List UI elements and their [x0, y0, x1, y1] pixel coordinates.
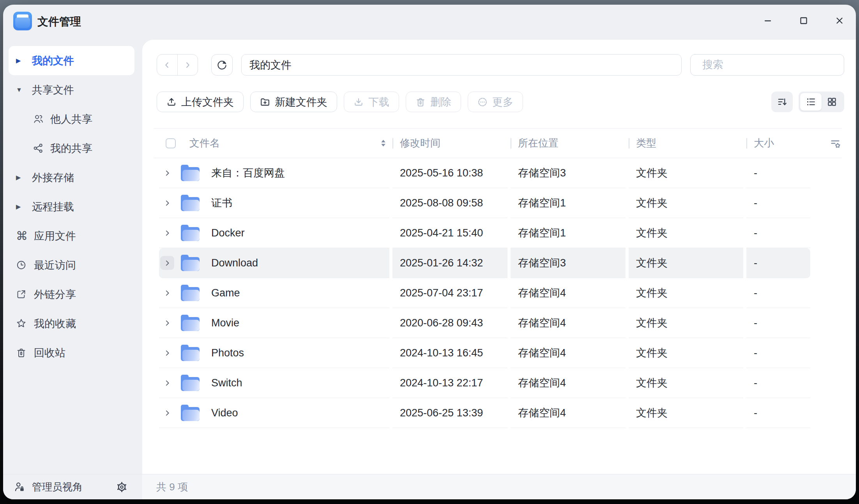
- table-row[interactable]: 来自：百度网盘 2025-05-16 10:38 存储空间3 文件夹 -: [154, 158, 842, 188]
- list-view-button[interactable]: [800, 93, 822, 111]
- sidebar-item-my-shares[interactable]: 我的共享: [3, 134, 142, 163]
- new-folder-button[interactable]: 新建文件夹: [250, 92, 337, 112]
- chevron-right-icon: [163, 379, 171, 387]
- expand-chevron-button[interactable]: [160, 346, 174, 360]
- table-row[interactable]: 证书 2025-08-08 09:58 存储空间1 文件夹 -: [154, 188, 842, 218]
- sidebar-item-my-files[interactable]: ▶我的文件: [9, 46, 134, 75]
- back-button[interactable]: [157, 55, 178, 75]
- sidebar-item-label: 外链分享: [34, 287, 76, 301]
- expand-chevron-button[interactable]: [160, 226, 174, 240]
- expand-chevron-button[interactable]: [160, 256, 174, 270]
- upload-icon: [166, 97, 177, 107]
- settings-gear-button[interactable]: [115, 480, 128, 493]
- folder-icon: [181, 285, 200, 301]
- chevron-right-icon: [163, 349, 171, 357]
- back-icon: [163, 61, 171, 69]
- more-button: 更多: [468, 92, 523, 112]
- file-type: 文件夹: [629, 278, 743, 308]
- file-size: -: [746, 278, 810, 308]
- people-icon: [33, 114, 44, 124]
- sidebar-item-label: 应用文件: [34, 229, 76, 243]
- trash-icon: [415, 97, 426, 107]
- file-size: -: [746, 398, 810, 428]
- sidebar-item-recycle-bin[interactable]: 回收站: [3, 338, 142, 367]
- admin-person-lock-icon: [14, 481, 25, 492]
- path-input[interactable]: [241, 54, 682, 76]
- chevron-right-icon: [163, 289, 171, 297]
- file-size: -: [746, 188, 810, 218]
- refresh-button[interactable]: [211, 54, 233, 76]
- delete-button: 删除: [406, 92, 461, 112]
- chevron-right-icon: [163, 319, 171, 327]
- file-location: 存储空间4: [511, 368, 626, 398]
- maximize-button[interactable]: [794, 11, 813, 30]
- file-name: Photos: [211, 347, 244, 359]
- sidebar-item-shared-by-others[interactable]: 他人共享: [3, 104, 142, 134]
- grid-view-button[interactable]: [822, 93, 843, 111]
- triangle-down-icon[interactable]: ▼: [16, 86, 32, 93]
- table-row[interactable]: Game 2025-07-04 23:17 存储空间4 文件夹 -: [154, 278, 842, 308]
- file-name: Download: [211, 257, 258, 269]
- table-row[interactable]: Movie 2020-06-28 09:43 存储空间4 文件夹 -: [154, 308, 842, 338]
- refresh-icon: [217, 60, 227, 70]
- table-row[interactable]: Video 2025-06-25 13:39 存储空间4 文件夹 -: [154, 398, 842, 428]
- file-modified: 2025-08-08 09:58: [392, 188, 507, 218]
- expand-chevron-button[interactable]: [160, 166, 174, 180]
- forward-button[interactable]: [178, 55, 198, 75]
- expand-chevron-button[interactable]: [160, 376, 174, 390]
- sidebar-item-recent[interactable]: 最近访问: [3, 250, 142, 280]
- navigation-toolbar: [157, 54, 844, 76]
- sidebar-item-external-links[interactable]: 外链分享: [3, 280, 142, 309]
- forward-icon: [183, 61, 192, 69]
- sidebar-item-shared-files[interactable]: ▼共享文件: [3, 75, 142, 104]
- maximize-icon: [798, 15, 810, 26]
- folder-icon: [181, 405, 200, 421]
- file-location: 存储空间4: [511, 338, 626, 368]
- select-all-checkbox[interactable]: [166, 138, 176, 148]
- table-row[interactable]: Switch 2024-10-13 22:17 存储空间4 文件夹 -: [154, 368, 842, 398]
- triangle-right-icon[interactable]: ▶: [16, 174, 32, 181]
- expand-chevron-button[interactable]: [160, 316, 174, 330]
- gear-icon: [116, 481, 127, 493]
- table-body: 来自：百度网盘 2025-05-16 10:38 存储空间3 文件夹 -: [154, 158, 842, 428]
- sidebar-item-label: 最近访问: [34, 258, 76, 272]
- minimize-button[interactable]: [758, 11, 777, 30]
- table-row[interactable]: Download 2025-01-26 14:32 存储空间3 文件夹 -: [154, 248, 842, 278]
- file-name: Switch: [211, 377, 242, 389]
- expand-chevron-button[interactable]: [160, 406, 174, 420]
- sidebar-item-external-storage[interactable]: ▶外接存储: [3, 163, 142, 192]
- upload-folder-button[interactable]: 上传文件夹: [157, 92, 244, 112]
- download-icon: [353, 97, 364, 107]
- file-location: 存储空间1: [511, 218, 626, 248]
- expand-chevron-button[interactable]: [160, 196, 174, 210]
- item-count: 共 9 项: [142, 474, 856, 499]
- item-count-label: 共 9 项: [156, 480, 188, 494]
- triangle-right-icon[interactable]: ▶: [16, 57, 32, 64]
- sort-order-button[interactable]: [771, 92, 793, 112]
- triangle-right-icon[interactable]: ▶: [16, 203, 32, 210]
- table-row[interactable]: Photos 2024-10-13 16:45 存储空间4 文件夹 -: [154, 338, 842, 368]
- table-row[interactable]: Docker 2025-04-21 15:40 存储空间1 文件夹 -: [154, 218, 842, 248]
- folder-icon: [181, 165, 200, 181]
- file-name: Video: [211, 407, 238, 419]
- sidebar-item-app-files[interactable]: ⌘应用文件: [3, 221, 142, 250]
- sidebar-item-favorites[interactable]: 我的收藏: [3, 309, 142, 338]
- clock-icon: [16, 260, 27, 270]
- file-type: 文件夹: [629, 158, 743, 188]
- column-header-modified: 修改时间: [392, 129, 511, 158]
- sidebar-item-remote-mount[interactable]: ▶远程挂载: [3, 192, 142, 221]
- chevron-right-icon: [163, 229, 171, 237]
- expand-chevron-button[interactable]: [160, 286, 174, 300]
- search-input[interactable]: [702, 59, 840, 71]
- admin-view-switch[interactable]: 管理员视角: [3, 474, 142, 499]
- sidebar-item-label: 我的文件: [32, 54, 74, 68]
- column-header-name[interactable]: 文件名: [159, 129, 392, 158]
- column-settings-icon[interactable]: [829, 137, 841, 149]
- file-modified: 2020-06-28 09:43: [392, 308, 507, 338]
- file-location: 存储空间1: [511, 188, 626, 218]
- sidebar-item-label: 我的收藏: [34, 317, 76, 331]
- close-button[interactable]: [830, 11, 849, 30]
- file-name: Movie: [211, 317, 239, 329]
- file-modified: 2025-07-04 23:17: [392, 278, 507, 308]
- sort-arrows-icon[interactable]: [380, 139, 386, 147]
